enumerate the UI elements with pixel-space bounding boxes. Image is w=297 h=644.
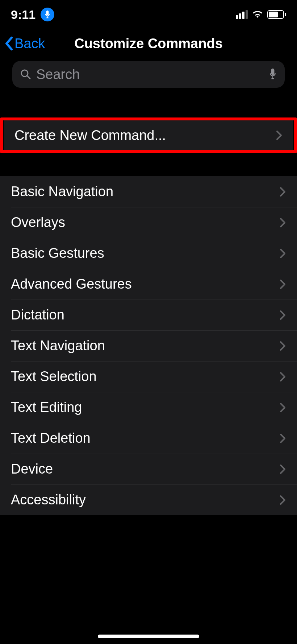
microphone-icon[interactable] (269, 69, 277, 80)
nav-bar: Back Customize Commands (0, 29, 297, 58)
chevron-left-icon (4, 36, 14, 51)
voice-control-indicator[interactable] (41, 8, 54, 21)
category-label: Dictation (11, 307, 280, 323)
category-label: Text Selection (11, 369, 280, 384)
category-label: Basic Navigation (11, 184, 280, 199)
microphone-icon (44, 11, 51, 18)
create-new-command-row[interactable]: Create New Command... (4, 120, 293, 151)
create-command-highlight: Create New Command... (0, 117, 297, 153)
cellular-signal-icon (236, 10, 248, 19)
category-row-accessibility[interactable]: Accessibility (0, 484, 297, 515)
status-right (236, 10, 286, 19)
home-indicator[interactable] (98, 635, 199, 638)
category-row-basic-navigation[interactable]: Basic Navigation (0, 176, 297, 207)
search-input[interactable] (36, 67, 264, 82)
category-label: Overlays (11, 215, 280, 230)
chevron-right-icon (280, 495, 286, 505)
category-row-text-selection[interactable]: Text Selection (0, 361, 297, 392)
category-row-text-deletion[interactable]: Text Deletion (0, 423, 297, 454)
category-row-dictation[interactable]: Dictation (0, 300, 297, 330)
back-label: Back (14, 36, 45, 51)
chevron-right-icon (280, 218, 286, 228)
category-label: Advanced Gestures (11, 276, 280, 292)
category-label: Device (11, 461, 280, 477)
status-bar: 9:11 (0, 0, 297, 29)
search-field[interactable] (12, 61, 285, 88)
category-row-overlays[interactable]: Overlays (0, 207, 297, 238)
category-row-basic-gestures[interactable]: Basic Gestures (0, 238, 297, 269)
search-container (0, 58, 297, 94)
category-row-text-editing[interactable]: Text Editing (0, 392, 297, 423)
category-row-advanced-gestures[interactable]: Advanced Gestures (0, 269, 297, 300)
category-label: Accessibility (11, 492, 280, 508)
chevron-right-icon (280, 341, 286, 351)
chevron-right-icon (280, 464, 286, 474)
chevron-right-icon (280, 310, 286, 320)
categories-list: Basic Navigation Overlays Basic Gestures… (0, 176, 297, 515)
chevron-right-icon (280, 248, 286, 259)
chevron-right-icon (280, 402, 286, 413)
search-icon (20, 69, 31, 80)
create-new-command-label: Create New Command... (14, 128, 276, 143)
chevron-right-icon (276, 130, 283, 140)
category-label: Basic Gestures (11, 245, 280, 261)
category-label: Text Editing (11, 400, 280, 415)
status-left: 9:11 (11, 8, 54, 22)
back-button[interactable]: Back (4, 36, 45, 51)
chevron-right-icon (280, 279, 286, 289)
category-row-text-navigation[interactable]: Text Navigation (0, 330, 297, 361)
category-label: Text Deletion (11, 430, 280, 446)
battery-icon (267, 10, 286, 19)
chevron-right-icon (280, 187, 286, 197)
svg-line-1 (27, 76, 30, 79)
wifi-icon (252, 11, 263, 18)
chevron-right-icon (280, 372, 286, 382)
category-row-device[interactable]: Device (0, 454, 297, 484)
category-label: Text Navigation (11, 338, 280, 354)
chevron-right-icon (280, 433, 286, 443)
status-time: 9:11 (11, 8, 35, 22)
